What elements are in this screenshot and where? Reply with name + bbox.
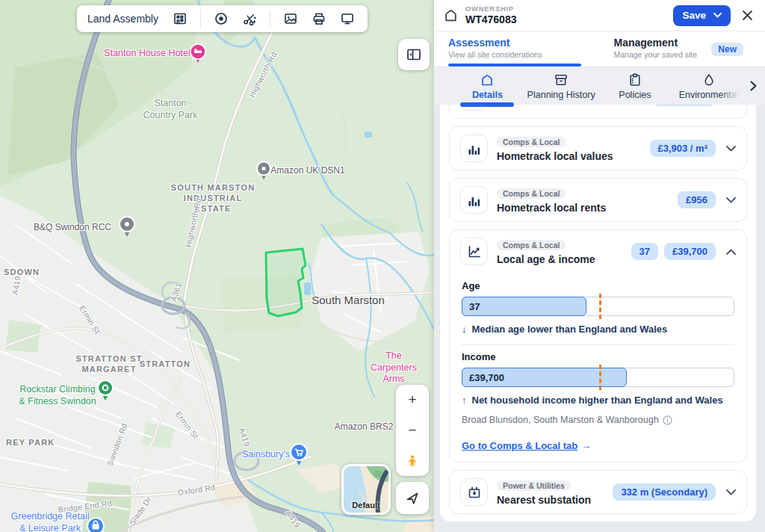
map-label-industrial-estate: SOUTH MARSTON INDUSTRIAL ESTATE [171,183,255,214]
map-label-stratton-st-margaret: STRATTON ST MARGARET [75,354,142,375]
category-badge: Power & Utilities [497,480,571,491]
archive-box-icon [554,72,569,87]
map-label-amazon-dsn1[interactable]: Amazon UK DSN1 [270,165,344,176]
arrow-down-icon: ↓ [462,324,467,335]
map-label-sainsburys[interactable]: Sainsbury's [242,449,290,461]
map-label-stratton: STRATTON [140,359,191,370]
printer-icon [312,11,326,26]
value-pill [653,105,716,106]
income-statement: ↑ Net household income higher than Engla… [462,395,734,406]
site-details-panel: OWNERSHIP WT476083 Save Assessment View … [434,0,765,532]
income-national-median-marker [599,365,601,390]
land-assembly-label: Land Assembly [87,13,158,25]
map-style-switcher[interactable]: Default [341,464,391,515]
panel-header: OWNERSHIP WT476083 Save [434,0,765,31]
age-income-details: Age 37 ↓ Median age lower than England a… [450,273,746,462]
chevron-down-icon[interactable] [726,489,736,495]
card-title: Hometrack local rents [497,202,669,214]
bar-chart-icon [460,134,488,162]
close-panel-button[interactable] [739,7,756,24]
toolbar-divider [200,10,201,28]
section-tab-bar: Details Planning History Policies Enviro… [434,67,765,105]
hotel-pin[interactable] [189,43,207,64]
map-toolbar: Land Assembly [77,5,368,32]
value-pill: 332 m (Secondary) [613,483,716,501]
pegman-icon [406,454,419,468]
record-type-label: OWNERSHIP [465,5,666,13]
tab-policies[interactable]: Policies [598,67,672,105]
income-bar-fill: £39,700 [462,368,627,387]
chevron-down-icon [713,13,722,18]
eye-icon [214,11,229,26]
map-zoom-controls: + − [396,385,429,476]
poi-pin-bq[interactable] [118,215,136,238]
card-local-age-income[interactable]: Comps & Local Local age & income 37 £39,… [449,229,747,463]
my-location-button[interactable] [396,482,429,514]
card-title: Hometrack local values [497,150,641,162]
scissors-icon [242,11,257,26]
tab-details[interactable]: Details [450,67,524,105]
category-badge: Comps & Local [497,188,566,199]
map-label-rey-park: REY PARK [6,438,55,448]
ward-name-note: Broad Blunsdon, South Marston & Wanborou… [462,415,734,425]
panel-collapse-icon [406,46,422,63]
go-to-comps-link[interactable]: Go to Comps & Local tab → [462,440,734,451]
visibility-button[interactable] [208,8,234,29]
card-hometrack-local-rents[interactable]: Comps & Local Hometrack local rents £956 [449,178,747,222]
poi-pin-amazon-dsn1[interactable] [255,161,272,181]
line-chart-icon [460,238,488,265]
chevron-down-icon[interactable] [726,146,736,152]
chevron-up-icon[interactable] [726,249,736,255]
card-hometrack-local-values[interactable]: Comps & Local Hometrack local values £3,… [449,126,747,170]
map-canvas[interactable] [0,0,434,532]
zoom-out-button[interactable]: − [396,415,429,446]
section-divider [462,344,734,345]
droplet-icon [701,72,716,87]
cut-tool-button[interactable] [237,8,262,29]
present-button[interactable] [335,8,360,29]
info-icon[interactable] [663,415,672,425]
category-badge: Comps & Local [497,240,566,250]
map-label-carpenters-arms[interactable]: The Carpenters Arms [371,350,417,386]
tab-assessment[interactable]: Assessment View all site considerations [434,31,600,66]
toolbar-divider [270,10,270,28]
print-button[interactable] [306,8,332,29]
map-label-rockstar[interactable]: Rockstar Climbing & Fitness Swindon [19,384,96,407]
card-title: Nearest substation [497,494,604,506]
pegman-button[interactable] [396,445,429,476]
map-label-stanton-house-hotel[interactable]: Stanton House Hotel [104,48,190,60]
poi-pin-rockstar[interactable] [96,379,114,401]
map-label-stanton-country-park: Stanton Country Park [143,98,198,121]
new-badge: New [711,43,743,56]
collapse-panel-button[interactable] [398,39,430,70]
details-card-list: Local market value Comps & Local [440,105,756,522]
age-section-label: Age [462,280,734,291]
substation-icon [460,478,488,506]
bar-chart-icon [460,186,488,214]
card-title: Local age & income [497,253,622,265]
card-nearest-substation[interactable]: Power & Utilities Nearest substation 332… [449,470,747,514]
income-section-label: Income [462,351,734,362]
app-window: Stanton House Hotel Stanton Country Park… [0,0,765,532]
ownership-home-icon [443,7,459,23]
arrow-up-icon: ↑ [462,395,467,406]
tabs-scroll-right-button[interactable] [744,67,762,105]
land-assembly-button[interactable] [167,8,193,29]
map-label-amazon-brs2[interactable]: Amazon BRS2 [335,421,394,433]
title-number: WT476083 [465,13,666,25]
zoom-in-button[interactable]: + [396,385,429,415]
chevron-down-icon[interactable] [726,197,736,203]
map-area[interactable]: Stanton House Hotel Stanton Country Park… [0,0,434,532]
map-label-bq-swindon[interactable]: B&Q Swindon RCC [34,222,111,233]
value-pill: £956 [678,191,716,208]
poi-pin-sainsburys[interactable] [289,442,309,466]
save-button-label: Save [682,10,706,21]
clipboard-icon [628,72,642,87]
poi-pin-greenbridge[interactable] [86,516,105,532]
map-label-greenbridge[interactable]: Greenbridge Retail & Leisure Park [11,511,90,532]
tab-planning-history[interactable]: Planning History [524,67,598,105]
age-bar-fill: 37 [462,297,586,316]
save-button[interactable]: Save [673,5,731,26]
screenshot-button[interactable] [278,8,303,29]
tab-environmental[interactable]: Environmental [672,67,746,105]
